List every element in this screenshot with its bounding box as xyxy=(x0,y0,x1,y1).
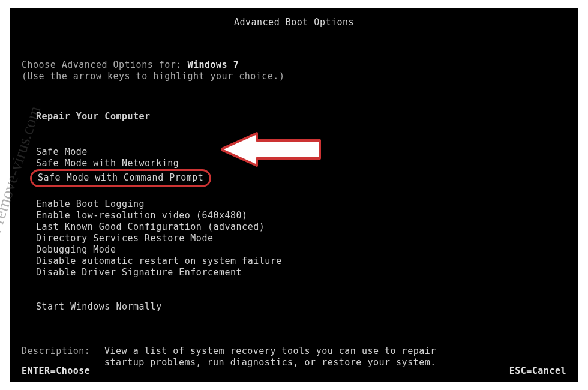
option-last-known-good[interactable]: Last Known Good Configuration (advanced) xyxy=(36,221,566,233)
option-debugging[interactable]: Debugging Mode xyxy=(36,244,566,256)
choose-prompt: Choose Advanced Options for: Windows 7 xyxy=(22,59,566,71)
option-directory-restore[interactable]: Directory Services Restore Mode xyxy=(36,233,566,244)
option-safe-mode[interactable]: Safe Mode xyxy=(36,146,566,158)
option-safe-mode-cmd[interactable]: Safe Mode with Command Prompt xyxy=(30,169,211,187)
option-low-res[interactable]: Enable low-resolution video (640x480) xyxy=(36,210,566,221)
description: Description:View a list of system recove… xyxy=(10,313,578,368)
option-boot-logging[interactable]: Enable Boot Logging xyxy=(36,199,566,210)
option-safe-mode-networking[interactable]: Safe Mode with Networking xyxy=(36,158,566,169)
option-disable-restart[interactable]: Disable automatic restart on system fail… xyxy=(36,256,566,267)
os-name: Windows 7 xyxy=(187,59,239,70)
footer-esc: ESC=Cancel xyxy=(509,365,566,377)
prompt-prefix: Choose Advanced Options for: xyxy=(22,59,187,70)
option-disable-sig[interactable]: Disable Driver Signature Enforcement xyxy=(36,267,566,278)
option-repair-computer[interactable]: Repair Your Computer xyxy=(36,111,566,122)
page-title: Advanced Boot Options xyxy=(10,8,578,28)
footer-bar: ENTER=Choose ESC=Cancel xyxy=(22,365,566,377)
option-start-normally[interactable]: Start Windows Normally xyxy=(36,301,566,313)
arrow-hint: (Use the arrow keys to highlight your ch… xyxy=(22,71,566,82)
footer-enter: ENTER=Choose xyxy=(22,365,90,377)
description-label: Description: xyxy=(22,346,104,357)
boot-screen: Advanced Boot Options Choose Advanced Op… xyxy=(10,8,578,382)
